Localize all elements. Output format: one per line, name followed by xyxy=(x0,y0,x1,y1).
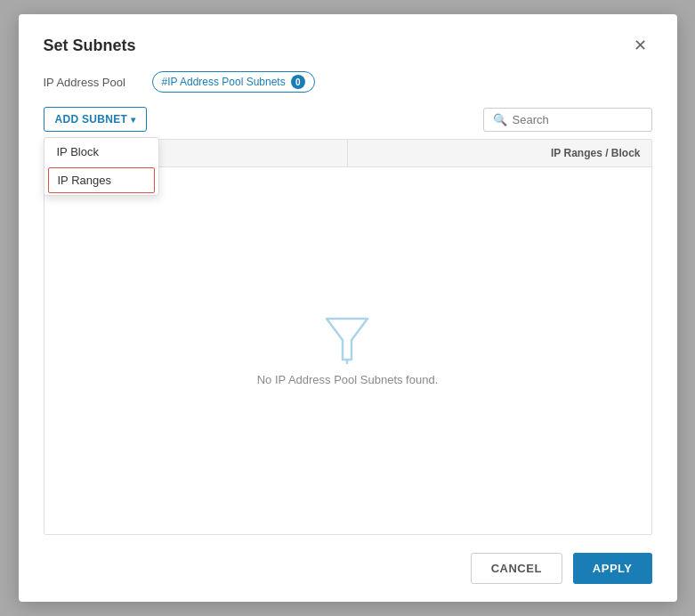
search-input[interactable] xyxy=(513,113,642,126)
table-body: No IP Address Pool Subnets found. xyxy=(44,167,651,534)
search-box: 🔍 xyxy=(483,108,652,132)
add-subnet-button[interactable]: ADD SUBNET ▾ xyxy=(44,107,148,132)
add-subnet-label: ADD SUBNET xyxy=(55,113,128,126)
toolbar: ADD SUBNET ▾ IP Block IP Ranges 🔍 xyxy=(44,107,652,132)
ip-pool-row: IP Address Pool #IP Address Pool Subnets… xyxy=(44,71,652,93)
modal-overlay: Set Subnets ✕ IP Address Pool #IP Addres… xyxy=(0,0,695,616)
empty-state: No IP Address Pool Subnets found. xyxy=(257,315,439,386)
ip-pool-badge-count: 0 xyxy=(291,75,305,89)
cancel-button[interactable]: CANCEL xyxy=(471,553,562,584)
dropdown-item-ip-ranges[interactable]: IP Ranges xyxy=(48,167,155,193)
search-icon: 🔍 xyxy=(493,113,507,126)
funnel-icon xyxy=(325,315,369,364)
dropdown-item-ip-block[interactable]: IP Block xyxy=(44,138,158,166)
chevron-down-icon: ▾ xyxy=(131,115,135,125)
add-subnet-wrapper: ADD SUBNET ▾ IP Block IP Ranges xyxy=(44,107,148,132)
modal-header: Set Subnets ✕ xyxy=(44,36,652,55)
empty-message: No IP Address Pool Subnets found. xyxy=(257,373,439,386)
ip-pool-label: IP Address Pool xyxy=(44,76,141,89)
ip-pool-badge[interactable]: #IP Address Pool Subnets 0 xyxy=(152,71,315,93)
svg-marker-0 xyxy=(327,319,368,360)
table-container: IP Ranges / Block No IP Address Pool Sub… xyxy=(44,139,652,535)
table-col-2: IP Ranges / Block xyxy=(347,140,651,166)
add-subnet-dropdown: IP Block IP Ranges xyxy=(44,137,159,196)
apply-button[interactable]: APPLY xyxy=(573,553,652,584)
modal-dialog: Set Subnets ✕ IP Address Pool #IP Addres… xyxy=(19,14,677,602)
modal-title: Set Subnets xyxy=(44,36,136,55)
ip-pool-badge-text: #IP Address Pool Subnets xyxy=(162,76,286,88)
modal-footer: CANCEL APPLY xyxy=(44,539,652,584)
close-button[interactable]: ✕ xyxy=(628,36,652,55)
